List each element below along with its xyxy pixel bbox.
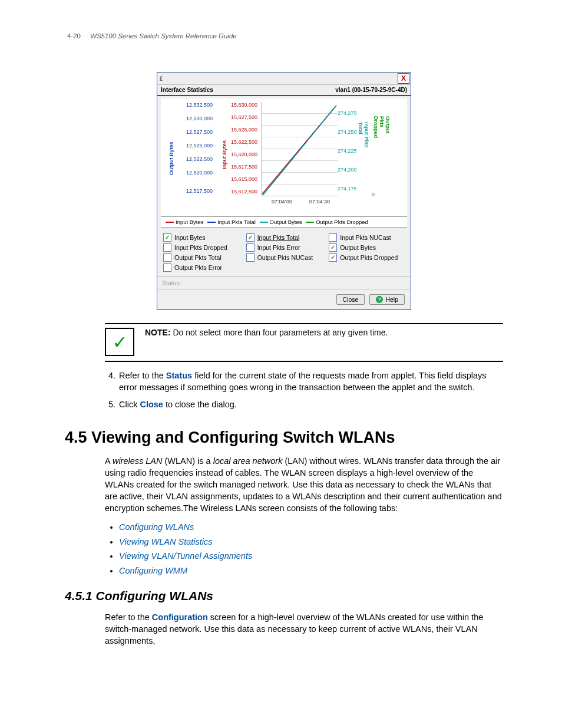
step-5-text-b: to close the dialog. (163, 400, 237, 409)
chk-input-pkts-error[interactable]: Input Pkts Error (246, 243, 322, 252)
axis-label-output-pkts-dropped: Output Pkts Dropped (373, 116, 391, 138)
step-5-num: 5. (105, 399, 115, 411)
list-item: Viewing VLAN/Tunnel Assignments (119, 549, 503, 564)
status-keyword: Status (166, 371, 192, 380)
axis-label-output-bytes: Output Bytes (168, 141, 174, 175)
interface-statistics-dialog: £ X Interface Statistics vlan1 (00-15-70… (157, 72, 411, 310)
link-configuring-wmm[interactable]: Configuring WMM (119, 566, 187, 575)
panel-title: Interface Statistics vlan1 (00-15-70-25-… (157, 85, 411, 96)
legend-output-bytes: Output Bytes (270, 219, 302, 225)
list-item: Configuring WLANs (119, 520, 503, 535)
chk-output-pkts-error[interactable]: Output Pkts Error (163, 263, 239, 272)
help-icon: ? (376, 296, 383, 303)
link-configuring-wlans[interactable]: Configuring WLANs (119, 522, 194, 532)
java-icon: £ (160, 75, 163, 82)
svg-line-2 (263, 106, 336, 195)
ytick-in-6: 15,627,500 (216, 114, 257, 120)
configuration-keyword: Configuration (152, 612, 208, 622)
status-field: Status: (157, 276, 411, 289)
step-5-text-a: Click (119, 400, 140, 409)
chk-output-bytes[interactable]: ✓Output Bytes (329, 243, 405, 252)
ytick-ipt-0: 274,175 (338, 186, 367, 192)
ytick-ipt-4: 274,275 (338, 110, 367, 116)
step-5: 5. Click Close to close the dialog. (105, 399, 503, 411)
ytick-out-6: 12,532,500 (161, 102, 213, 108)
chk-input-pkts-nucast[interactable]: Input Pkts NUCast (329, 233, 405, 242)
chart-area: 12,532,500 12,530,000 12,527,500 12,525,… (161, 98, 407, 217)
legend-input-pkts-total: Input Pkts Total (217, 219, 256, 225)
axis-label-input-pkts-total: Input Pkts Total (358, 122, 369, 160)
ytick-in-7: 15,630,000 (216, 102, 257, 108)
ytick-out-0: 12,517,500 (161, 188, 213, 194)
ytick-out-5: 12,530,000 (161, 116, 213, 121)
panel-title-left: Interface Statistics (161, 87, 213, 93)
link-viewing-wlan-statistics[interactable]: Viewing WLAN Statistics (119, 537, 212, 546)
section-4-5-1-para: Refer to the Configuration screen for a … (105, 611, 503, 647)
section-4-5-heading: 4.5 Viewing and Configuring Switch WLANs (65, 429, 503, 447)
close-keyword: Close (140, 400, 163, 409)
chk-output-pkts-nucast[interactable]: Output Pkts NUCast (246, 253, 322, 262)
parameter-checkboxes: ✓Input Bytes ✓Input Pkts Total Input Pkt… (157, 230, 411, 276)
page-number: 4-20 (67, 32, 81, 39)
panel-title-right: vlan1 (00-15-70-25-9C-4D) (335, 87, 407, 93)
dialog-button-row: Close ?Help (157, 289, 411, 309)
chk-output-pkts-dropped[interactable]: ✓Output Pkts Dropped (329, 253, 405, 262)
chart-plot: 07:04:00 07:04:30 (261, 102, 338, 196)
chk-input-bytes[interactable]: ✓Input Bytes (163, 233, 239, 242)
dialog-titlebar: £ X (157, 73, 411, 85)
note-rule-bottom (105, 361, 503, 362)
ytick-in-0: 15,612,500 (216, 189, 257, 195)
ytick-opd-0: 0 (372, 192, 384, 197)
chk-input-pkts-dropped[interactable]: Input Pkts Dropped (163, 243, 239, 252)
close-icon[interactable]: X (398, 73, 409, 84)
page-header: 4-20 WS5100 Series Switch System Referen… (65, 32, 503, 39)
legend-input-bytes: Input Bytes (176, 219, 204, 225)
section-4-5-links: Configuring WLANs Viewing WLAN Statistic… (105, 520, 503, 578)
section-4-5-para: A wireless LAN (WLAN) is a local area ne… (105, 455, 503, 514)
doc-title: WS5100 Series Switch System Reference Gu… (90, 32, 237, 39)
list-item: Configuring WMM (119, 564, 503, 578)
checkmark-icon: ✓ (105, 328, 134, 356)
step-4: 4. Refer to the Status field for the cur… (105, 370, 503, 393)
close-button[interactable]: Close (336, 294, 365, 305)
section-4-5-1-heading: 4.5.1 Configuring WLANs (65, 589, 503, 603)
ytick-in-1: 15,615,000 (216, 176, 257, 182)
note-text: NOTE: Do not select more than four param… (145, 328, 388, 337)
note-body: Do not select more than four parameters … (171, 328, 388, 337)
legend-output-pkts-dropped: Output Pkts Dropped (316, 219, 368, 225)
axis-label-input-bytes: Input Bytes (222, 140, 227, 169)
step-list: 4. Refer to the Status field for the cur… (105, 370, 503, 411)
ytick-ipt-1: 274,200 (338, 167, 367, 173)
ytick-out-4: 12,527,500 (161, 129, 213, 135)
link-viewing-vlan-tunnel[interactable]: Viewing VLAN/Tunnel Assignments (119, 551, 252, 561)
help-button[interactable]: ?Help (369, 294, 405, 305)
xtick-1: 07:04:30 (309, 199, 330, 205)
note-block: ✓ NOTE: Do not select more than four par… (105, 324, 503, 361)
chk-input-pkts-total[interactable]: ✓Input Pkts Total (246, 233, 322, 242)
step-4-text-a: Refer to the (119, 371, 166, 380)
chart-legend: Input Bytes Input Pkts Total Output Byte… (161, 217, 407, 228)
list-item: Viewing WLAN Statistics (119, 535, 503, 549)
note-label: NOTE: (145, 328, 171, 337)
xtick-0: 07:04:00 (272, 199, 292, 205)
chk-output-pkts-total[interactable]: Output Pkts Total (163, 253, 239, 262)
ytick-in-5: 15,625,000 (216, 127, 257, 133)
step-4-num: 4. (105, 370, 115, 393)
